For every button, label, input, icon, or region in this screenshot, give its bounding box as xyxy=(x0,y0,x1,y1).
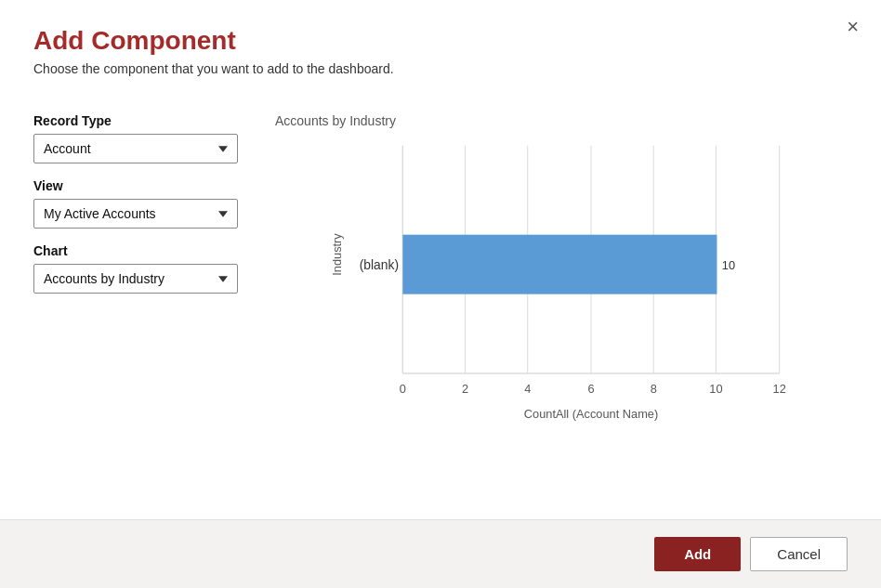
svg-text:CountAll (Account Name): CountAll (Account Name) xyxy=(524,407,658,421)
add-button[interactable]: Add xyxy=(654,537,741,571)
view-dropdown[interactable]: My Active Accounts xyxy=(33,199,238,229)
svg-text:10: 10 xyxy=(722,258,735,272)
svg-text:(blank): (blank) xyxy=(360,257,399,272)
chart-label: Chart xyxy=(33,243,238,258)
record-type-field-group: Record Type Account xyxy=(33,113,238,163)
chart-dropdown[interactable]: Accounts by Industry xyxy=(33,264,238,294)
view-field-group: View My Active Accounts xyxy=(33,178,238,229)
dialog-header: Add Component Choose the component that … xyxy=(0,0,881,85)
chart-field-group: Chart Accounts by Industry xyxy=(33,243,238,294)
chart-bar xyxy=(402,235,717,294)
dialog-body: Record Type Account View My Active Accou… xyxy=(0,85,881,519)
svg-text:2: 2 xyxy=(462,382,468,396)
svg-text:10: 10 xyxy=(709,382,722,396)
dialog-title: Add Component xyxy=(33,26,848,56)
left-panel: Record Type Account View My Active Accou… xyxy=(33,113,238,501)
record-type-label: Record Type xyxy=(33,113,238,128)
close-button[interactable]: × xyxy=(847,17,859,37)
view-label: View xyxy=(33,178,238,193)
right-panel: Accounts by Industry xyxy=(275,113,848,501)
chart-svg: 0 2 4 6 8 10 12 CountAll (Account Name) … xyxy=(275,136,848,433)
svg-text:6: 6 xyxy=(587,382,594,396)
chart-container: 0 2 4 6 8 10 12 CountAll (Account Name) … xyxy=(275,136,848,501)
add-component-dialog: Add Component Choose the component that … xyxy=(0,0,881,588)
record-type-dropdown[interactable]: Account xyxy=(33,134,238,163)
svg-text:Industry: Industry xyxy=(330,233,344,276)
svg-text:4: 4 xyxy=(524,382,531,396)
chart-title: Accounts by Industry xyxy=(275,113,848,128)
svg-text:12: 12 xyxy=(773,382,786,396)
dialog-subtitle: Choose the component that you want to ad… xyxy=(33,61,848,76)
svg-text:8: 8 xyxy=(651,382,657,396)
svg-text:0: 0 xyxy=(400,382,406,396)
dialog-footer: Add Cancel xyxy=(0,519,881,588)
cancel-button[interactable]: Cancel xyxy=(750,537,848,571)
